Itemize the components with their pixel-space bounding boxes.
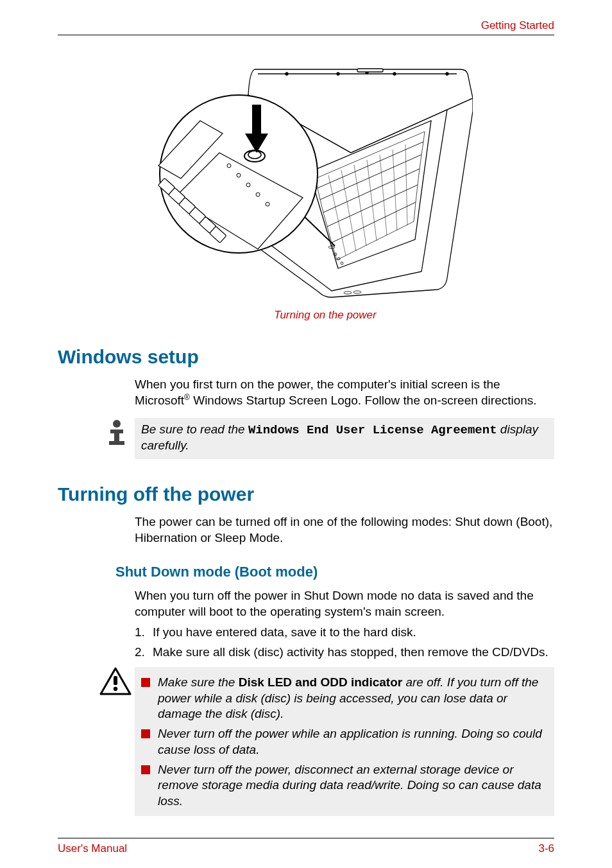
svg-point-49 — [114, 687, 117, 691]
svg-point-2 — [337, 73, 339, 75]
note-content: Be sure to read the Windows End User Lic… — [135, 418, 554, 459]
heading-windows-setup: Windows setup — [58, 346, 554, 368]
svg-point-38 — [248, 151, 261, 159]
text-fragment: Windows Startup Screen Logo. Follow the … — [190, 394, 537, 407]
step-text: Make sure all disk (disc) activity has s… — [153, 644, 548, 661]
step-number: 1. — [135, 624, 153, 641]
figure-turning-on-power: Turning on the power — [58, 60, 554, 322]
svg-rect-45 — [109, 441, 124, 445]
heading-shutdown-mode: Shut Down mode (Boot mode) — [115, 564, 554, 580]
shutdown-mode-paragraph: When you turn off the power in Shut Down… — [135, 588, 554, 620]
warning-text: Never turn off the power, disconnect an … — [158, 762, 548, 810]
list-item: 1.If you have entered data, save it to t… — [135, 624, 554, 641]
svg-point-1 — [285, 73, 288, 75]
warning-text: Make sure the Disk LED and ODD indicator… — [158, 675, 548, 722]
note-callout: Be sure to read the Windows End User Lic… — [58, 418, 554, 459]
note-emphasis: Windows End User License Agreement — [248, 423, 497, 437]
svg-point-5 — [446, 73, 448, 75]
bullet-icon — [141, 765, 150, 774]
warning-text: Never turn off the power while an applic… — [158, 726, 548, 758]
list-item: 2.Make sure all disk (disc) activity has… — [135, 644, 554, 661]
bullet-icon — [141, 678, 150, 687]
step-number: 2. — [135, 644, 153, 661]
bullet-icon — [141, 729, 150, 738]
warning-item: Make sure the Disk LED and ODD indicator… — [141, 675, 548, 722]
page: Getting Started — [0, 0, 612, 868]
warning-item: Never turn off the power, disconnect an … — [141, 762, 548, 810]
info-icon — [103, 418, 131, 446]
page-footer: User's Manual 3-6 — [58, 838, 554, 855]
svg-rect-6 — [357, 69, 383, 72]
turning-off-paragraph: The power can be turned off in one of th… — [135, 514, 554, 546]
svg-point-4 — [393, 73, 396, 75]
warning-item: Never turn off the power while an applic… — [141, 726, 548, 758]
svg-point-42 — [113, 420, 121, 428]
shutdown-steps-list: 1.If you have entered data, save it to t… — [135, 620, 554, 661]
footer-left: User's Manual — [58, 842, 127, 855]
svg-rect-44 — [114, 430, 119, 442]
heading-turning-off-power: Turning off the power — [58, 483, 554, 505]
warning-callout: Make sure the Disk LED and ODD indicator… — [58, 667, 554, 816]
warning-content: Make sure the Disk LED and ODD indicator… — [135, 667, 554, 816]
step-text: If you have entered data, save it to the… — [153, 624, 416, 641]
figure-caption: Turning on the power — [274, 309, 376, 322]
svg-rect-47 — [114, 676, 117, 685]
svg-rect-39 — [252, 105, 261, 135]
warning-bold: Disk LED and ODD indicator — [239, 675, 402, 689]
registered-symbol: ® — [184, 393, 190, 402]
page-header: Getting Started — [58, 19, 554, 35]
header-section-title: Getting Started — [481, 19, 554, 32]
note-lead: Be sure to read the — [141, 422, 248, 436]
warning-icon — [99, 667, 132, 697]
laptop-illustration — [139, 60, 473, 304]
windows-setup-paragraph: When you first turn on the power, the co… — [135, 377, 554, 409]
footer-page-number: 3-6 — [538, 842, 554, 855]
text-fragment: Make sure the — [158, 675, 239, 689]
